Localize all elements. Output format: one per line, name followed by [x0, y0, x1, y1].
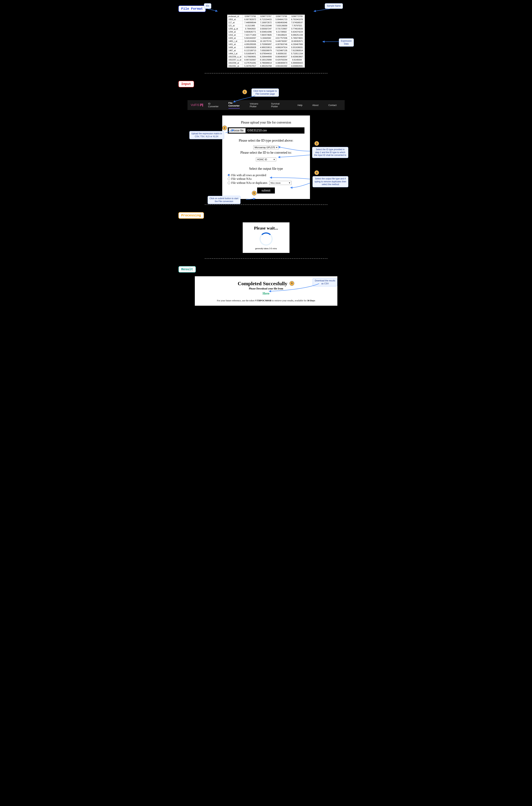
table-row: 1255_g_at3.736426033.5555072473.73172390… [227, 27, 305, 30]
table-row: 1438_at5.8959358284.9892338134.866247914… [227, 46, 305, 49]
download-link[interactable]: Here [263, 292, 270, 295]
upload-heading: Please upload your file for conversion [228, 121, 304, 124]
step-4-badge: 4 [314, 170, 319, 175]
table-row: 1053_at6.9073026726.7131544155.994841723… [227, 18, 305, 21]
section-result: Result [178, 266, 196, 273]
nav-item-file-converter[interactable]: File Converter [228, 101, 240, 109]
divider [205, 258, 327, 259]
table-row: 1552256_a_at8.2786090818.2084449998.0694… [227, 55, 305, 58]
file-chooser[interactable]: Choose file GSE31210.csv [228, 127, 304, 134]
table-row: 1405_i_at10.4519345410.182757419.4497363… [227, 40, 305, 43]
section-file-format: File Format [178, 5, 206, 12]
table-row: 1320_at5.5010432675.184420424.9177570365… [227, 37, 305, 40]
chosen-filename: GSE31210.csv [247, 129, 267, 132]
step-3-badge: 3 [314, 141, 319, 146]
table-header-cell: GSM773767 [258, 15, 273, 18]
navbar: VolFIS ID ConverterFile ConverterVolcano… [188, 100, 345, 110]
table-header-cell: GSM773766 [243, 15, 258, 18]
nav-item-help[interactable]: Help [298, 104, 302, 107]
table-row: 1294_at9.6836357718.9348143969.217395829… [227, 30, 305, 34]
table-header-cell: probeset_id [227, 15, 242, 18]
step-2-badge: 2 [222, 126, 227, 130]
nav-item-survival-plotter[interactable]: Survival Plotter [271, 102, 283, 108]
table-header-cell: GSM773768 [273, 15, 289, 18]
wait-title: Please wait... [246, 226, 286, 231]
callout-step3: Select the ID type provided in step 2 an… [312, 147, 348, 158]
callout-step5: Click on submit button to start the File… [208, 196, 241, 204]
callout-sample-name: Sample Name [325, 3, 343, 9]
callout-step6: Download the results as CSV [313, 278, 337, 286]
step-5-badge: 5 [252, 191, 256, 195]
chevron-down-icon: ▾ [276, 146, 278, 149]
section-processing: Processing [178, 212, 204, 219]
table-row: 117_at7.4489985447.1569726726.9804593467… [227, 21, 305, 24]
nav-item-about[interactable]: About [312, 104, 319, 107]
table-row: 1552261_at5.3475578174.3852547684.901041… [227, 64, 305, 68]
chevron-down-icon: ▾ [289, 181, 290, 185]
logo: VolFIS [191, 103, 203, 107]
select-idtype[interactable]: Microarray GPL570▾ [253, 146, 279, 149]
table-row: 1316_at7.4217714037.0825736057.841066248… [227, 34, 305, 37]
spinner-icon [260, 232, 273, 246]
radio-no-na-dup[interactable]: File without NAs or duplicates Max mean▾ [228, 181, 304, 185]
convert-heading: Please select the ID to be converted to: [228, 151, 304, 155]
select-dup-method[interactable]: Max mean▾ [269, 181, 291, 185]
nav-item-id-converter[interactable]: ID Converter [208, 102, 218, 108]
idtype-heading: Please select the ID type provided above… [228, 139, 304, 142]
result-title: Completed Succesfully [238, 281, 287, 287]
submit-button[interactable]: submit [257, 188, 275, 193]
step-6-badge: 6 [289, 281, 294, 286]
result-subtitle: Please Download your file from [200, 287, 332, 290]
expression-table: probeset_idGSM773766GSM773767GSM773768GS… [227, 15, 305, 68]
table-header-cell: GSM773769 [289, 15, 305, 18]
section-input: Input [178, 81, 194, 87]
file-converter-panel: Please upload your file for conversion C… [222, 115, 310, 199]
nav-item-volcano-plotter[interactable]: Volcano Plotter [250, 102, 261, 108]
wait-panel: Please wait... generally takes 3-5 mins [243, 223, 289, 253]
nav-item-contact[interactable]: Contact [328, 104, 337, 107]
callout-step2: Upload the expression matrix in CSV, TSV… [189, 131, 224, 139]
step-1-badge: 1 [242, 90, 247, 94]
table-row: 1431_at4.0552855953.7039658974.307063746… [227, 43, 305, 46]
chevron-down-icon: ▾ [273, 158, 275, 161]
result-note: For your future reference, use the token… [200, 299, 332, 302]
choose-file-button[interactable]: Choose file [229, 128, 246, 133]
table-row: 1487_at8.1221087137.8350389797.623487135… [227, 49, 305, 52]
callout-expression-data: Expression Data [339, 38, 354, 46]
table-row: 1552258_at4.2757610413.7865880144.308309… [227, 61, 305, 64]
table-row: 1494_f_at5.5160544716.0785444165.6005619… [227, 52, 305, 55]
callout-ids: IDs [204, 3, 211, 9]
radio-no-na[interactable]: File without NAs [228, 177, 304, 180]
wait-subtext: generally takes 3-5 mins [246, 247, 286, 250]
select-convert-to[interactable]: HGNC ID▾ [256, 157, 276, 161]
callout-step1: Click here to navigate to File Converter… [251, 89, 279, 97]
output-heading: Select the output file type [228, 167, 304, 171]
table-row: 121_at8.15219857.6411019487.9331360587.7… [227, 24, 305, 27]
radio-all-rows[interactable]: File with all rows as provided [228, 174, 304, 177]
divider [205, 205, 327, 205]
divider [205, 73, 327, 74]
table-row: 1552257_a_at8.9973326678.1601258888.4297… [227, 58, 305, 61]
callout-step4: Select the output file type and if optin… [312, 176, 348, 187]
